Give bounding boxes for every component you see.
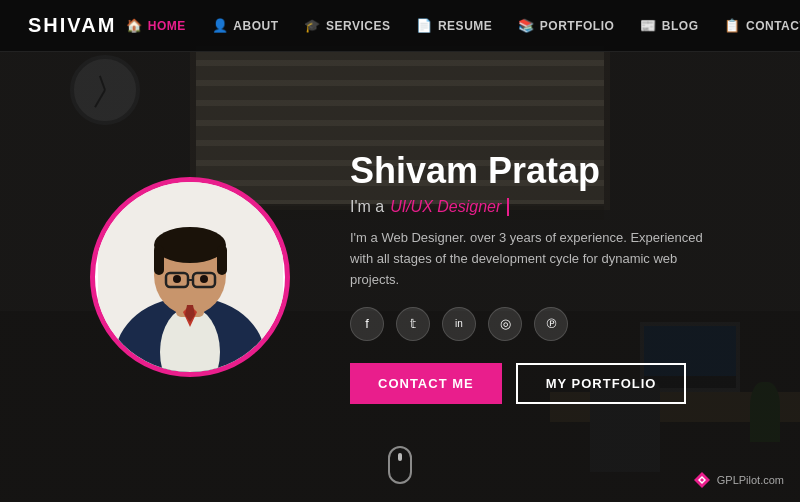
typed-text: UI/UX Designer [390,198,501,216]
avatar [90,177,290,377]
about-icon: 👤 [212,18,229,33]
social-instagram[interactable]: ◎ [488,307,522,341]
contact-icon: 📋 [724,18,741,33]
resume-icon: 📄 [416,18,433,33]
scroll-indicator [388,446,412,484]
nav-item-contact[interactable]: 📋 CONTACT [714,14,800,37]
watermark: GPLPilot.com [692,470,784,490]
social-twitter[interactable]: 𝕥 [396,307,430,341]
hero-text: Shivam Pratap I'm a UI/UX Designer I'm a… [350,150,710,403]
nav-item-about[interactable]: 👤 ABOUT [202,14,289,37]
svg-point-11 [173,275,181,283]
nav-item-portfolio[interactable]: 📚 PORTFOLIO [508,14,624,37]
nav-item-blog[interactable]: 📰 BLOG [630,14,708,37]
hero-subtitle: I'm a UI/UX Designer [350,198,710,216]
scroll-mouse [388,446,412,484]
main-content: Shivam Pratap I'm a UI/UX Designer I'm a… [0,52,800,502]
scroll-dot [398,453,402,461]
blog-icon: 📰 [640,18,657,33]
svg-rect-6 [154,245,164,275]
svg-point-12 [200,275,208,283]
social-linkedin[interactable]: in [442,307,476,341]
nav-links: 🏠 HOME 👤 ABOUT 🎓 SERVICES 📄 RESUME 📚 POR… [116,14,800,37]
portfolio-icon: 📚 [518,18,535,33]
watermark-logo [692,470,712,490]
watermark-text: GPLPilot.com [717,474,784,486]
nav-item-home[interactable]: 🏠 HOME [116,14,196,37]
gpl-pilot-logo [692,470,712,490]
hero-buttons: CONTACT ME MY PORTFOLIO [350,363,710,404]
services-icon: 🎓 [304,18,321,33]
hero-description: I'm a Web Designer. over 3 years of expe… [350,228,710,290]
svg-point-5 [154,227,226,263]
nav-item-services[interactable]: 🎓 SERVICES [294,14,400,37]
cursor-blink [507,198,509,216]
hero-name: Shivam Pratap [350,150,710,192]
nav-item-resume[interactable]: 📄 RESUME [406,14,502,37]
my-portfolio-button[interactable]: MY PORTFOLIO [516,363,687,404]
navbar: SHIVAM 🏠 HOME 👤 ABOUT 🎓 SERVICES 📄 RESUM… [0,0,800,52]
contact-me-button[interactable]: CONTACT ME [350,363,502,404]
social-pinterest[interactable]: ℗ [534,307,568,341]
nav-logo: SHIVAM [28,14,116,37]
svg-rect-7 [217,245,227,275]
home-icon: 🏠 [126,18,143,33]
social-facebook[interactable]: f [350,307,384,341]
social-icons: f 𝕥 in ◎ ℗ [350,307,710,341]
